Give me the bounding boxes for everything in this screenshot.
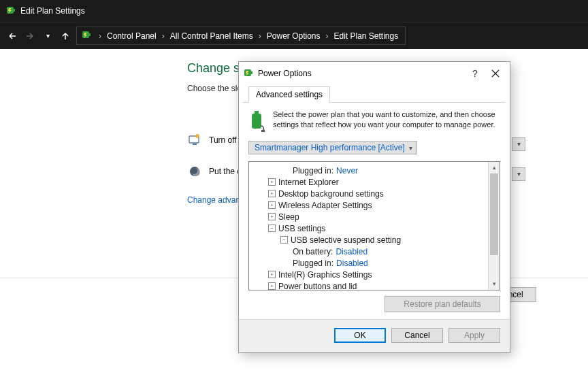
svg-rect-5 xyxy=(193,144,197,145)
svg-rect-9 xyxy=(251,71,252,74)
power-plan-selected: Smartmanager High performance [Active] xyxy=(255,143,405,152)
nav-recent-dropdown[interactable]: ▾ xyxy=(41,29,54,43)
nav-toolbar: ▾ › Control Panel › All Control Panel It… xyxy=(0,22,588,49)
tree-item-on-battery[interactable]: On battery:Disabled xyxy=(253,246,488,257)
help-button[interactable]: ? xyxy=(465,66,485,81)
dialog-titlebar: Power Options ? xyxy=(239,62,510,85)
window-title: Edit Plan Settings xyxy=(20,6,85,16)
tree-item-usb-suspend[interactable]: −USB selective suspend setting xyxy=(253,234,488,246)
tree-item-plugged-in-2[interactable]: Plugged in:Disabled xyxy=(253,257,488,269)
tree-item-usb[interactable]: −USB settings xyxy=(253,222,488,234)
dialog-icon xyxy=(243,67,254,80)
svg-rect-11 xyxy=(255,111,259,114)
scroll-down-icon[interactable]: ▾ xyxy=(489,278,500,290)
collapse-icon[interactable]: − xyxy=(268,224,276,232)
sleep-icon xyxy=(187,164,202,179)
tree-item-ie[interactable]: +Internet Explorer xyxy=(253,176,488,188)
svg-rect-10 xyxy=(252,114,261,129)
tree-item-plugged-in[interactable]: Plugged in:Never xyxy=(253,165,488,176)
breadcrumb-item[interactable]: Power Options xyxy=(267,31,321,41)
breadcrumb-item[interactable]: All Control Panel Items xyxy=(170,31,253,41)
battery-plug-icon xyxy=(248,110,266,133)
power-plan-dropdown[interactable]: Smartmanager High performance [Active] ▾ xyxy=(248,141,417,154)
chevron-right-icon: › xyxy=(259,31,261,41)
tab-advanced-settings[interactable]: Advanced settings xyxy=(248,86,330,103)
address-icon xyxy=(81,29,92,42)
svg-rect-1 xyxy=(14,9,15,12)
settings-tree: Plugged in:Never +Internet Explorer +Des… xyxy=(248,161,500,290)
tree-item-desktop-bg[interactable]: +Desktop background settings xyxy=(253,188,488,199)
expand-icon[interactable]: + xyxy=(268,271,276,278)
expand-icon[interactable]: + xyxy=(268,201,276,209)
scrollbar-vertical[interactable]: ▴ ▾ xyxy=(488,162,500,290)
apply-button[interactable]: Apply xyxy=(448,328,500,343)
close-button[interactable] xyxy=(485,66,506,81)
expand-icon[interactable]: + xyxy=(268,190,276,197)
chevron-right-icon: › xyxy=(325,31,328,41)
dialog-title: Power Options xyxy=(258,69,312,78)
scroll-thumb[interactable] xyxy=(490,173,498,255)
chevron-down-icon: ▾ xyxy=(409,144,412,152)
ok-button[interactable]: OK xyxy=(334,328,386,343)
tree-item-intel-graphics[interactable]: +Intel(R) Graphics Settings xyxy=(253,269,488,280)
scroll-up-icon[interactable]: ▴ xyxy=(489,162,500,173)
cancel-button[interactable]: Cancel xyxy=(391,328,443,343)
expand-icon[interactable]: + xyxy=(268,178,276,186)
power-options-dialog: Power Options ? Advanced settings Select… xyxy=(238,61,510,353)
svg-point-6 xyxy=(195,134,199,138)
svg-rect-3 xyxy=(89,33,91,36)
nav-forward-button[interactable] xyxy=(23,29,37,43)
expand-icon[interactable]: + xyxy=(268,282,276,290)
tab-strip: Advanced settings xyxy=(243,85,506,103)
tree-item-power-buttons[interactable]: +Power buttons and lid xyxy=(253,280,488,290)
display-icon xyxy=(187,133,202,148)
tree-item-sleep[interactable]: +Sleep xyxy=(253,211,488,222)
nav-back-button[interactable] xyxy=(5,29,19,43)
breadcrumb-item[interactable]: Edit Plan Settings xyxy=(333,31,398,41)
collapse-icon[interactable]: − xyxy=(280,236,288,244)
turn-off-display-label: Turn off t xyxy=(209,135,241,145)
chevron-right-icon: › xyxy=(162,31,165,41)
dialog-info-text: Select the power plan that you want to c… xyxy=(273,110,500,133)
breadcrumb-item[interactable]: Control Panel xyxy=(107,31,157,41)
background-dropdown[interactable] xyxy=(512,137,525,151)
dialog-actions: OK Cancel Apply xyxy=(239,319,510,352)
chevron-right-icon: › xyxy=(99,31,101,41)
background-dropdown[interactable] xyxy=(512,167,525,181)
svg-rect-12 xyxy=(261,130,265,132)
window-titlebar: Edit Plan Settings xyxy=(0,0,588,22)
restore-defaults-button[interactable]: Restore plan defaults xyxy=(385,296,500,312)
address-bar[interactable]: › Control Panel › All Control Panel Item… xyxy=(76,27,406,45)
expand-icon[interactable]: + xyxy=(268,213,276,220)
tree-item-wireless[interactable]: +Wireless Adapter Settings xyxy=(253,199,488,211)
power-plan-icon xyxy=(5,5,16,18)
nav-up-button[interactable] xyxy=(59,29,72,43)
